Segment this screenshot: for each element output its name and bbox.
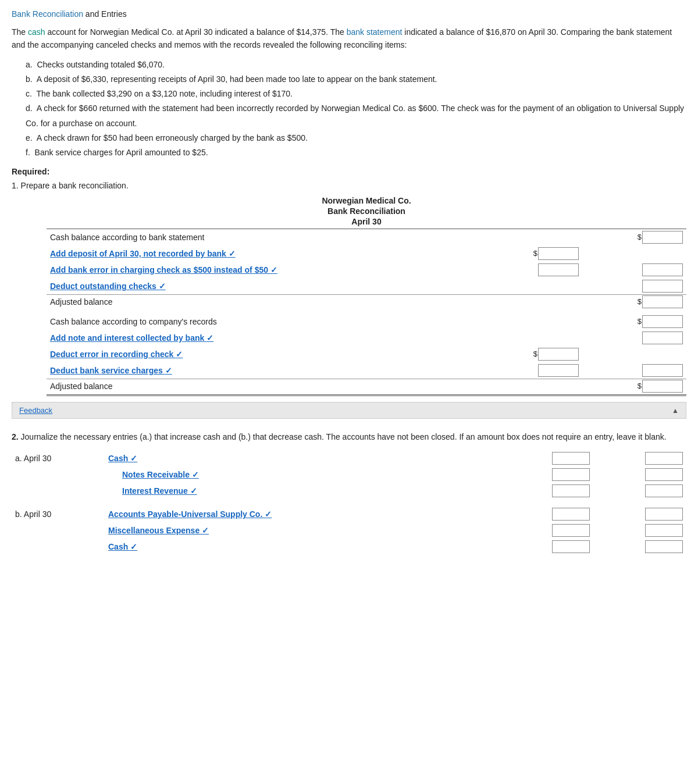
feedback-arrow-icon: ▲: [672, 407, 679, 415]
right-cell: [582, 362, 686, 379]
feedback-bar: Feedback ▲: [12, 402, 686, 419]
journal-account-cash-b: Cash ✓: [105, 539, 500, 555]
credit-ap[interactable]: [645, 508, 683, 521]
row-label: Cash balance according to company's reco…: [47, 313, 478, 330]
credit-input-cell: [593, 522, 686, 539]
input-adjusted-company[interactable]: [642, 380, 683, 393]
journal-row: Interest Revenue ✓: [12, 483, 686, 499]
journal-row: Notes Receivable ✓: [12, 466, 686, 483]
journal-date-empty: [12, 539, 105, 555]
feedback-link[interactable]: Feedback: [19, 406, 52, 415]
q1-text: Prepare a bank reconciliation.: [21, 181, 129, 190]
intro-paragraph: The cash account for Norwegian Medical C…: [12, 26, 686, 52]
right-cell: [582, 262, 686, 278]
credit-notes-receivable[interactable]: [645, 468, 683, 481]
question-2-intro: 2. Journalize the necessary entries (a.)…: [12, 430, 686, 443]
journal-date-empty: [12, 483, 105, 499]
journal-entry-a: a. April 30 Cash ✓ Notes Receivable ✓ In…: [12, 450, 686, 499]
debit-notes-receivable[interactable]: [552, 468, 590, 481]
mid-cell: [478, 362, 582, 379]
debit-input-cell: [500, 522, 593, 539]
debit-cash-b[interactable]: [552, 540, 590, 553]
input-bank-error-mid[interactable]: [538, 263, 579, 276]
journal-entry-b: b. April 30 Accounts Payable-Universal S…: [12, 506, 686, 555]
mid-cell: $: [478, 346, 582, 362]
debit-misc[interactable]: [552, 524, 590, 537]
title-and-entries: and Entries: [83, 9, 127, 19]
credit-cash-a[interactable]: [645, 452, 683, 465]
journal-date-empty: [12, 522, 105, 539]
table-row: Deduct error in recording check ✓ $: [47, 346, 686, 362]
mid-cell: $: [478, 245, 582, 262]
debit-input-cell: [500, 483, 593, 499]
credit-input-cell: [593, 450, 686, 466]
recon-title: Bank Reconciliation: [47, 206, 686, 216]
table-row-adjusted-bank: Adjusted balance $: [47, 295, 686, 311]
debit-input-cell: [500, 539, 593, 555]
credit-interest-revenue[interactable]: [645, 484, 683, 497]
journal-date-empty: [12, 466, 105, 483]
journal-row: Cash ✓: [12, 539, 686, 555]
recon-date: April 30: [47, 217, 686, 226]
journal-date: a. April 30: [12, 450, 105, 466]
debit-input-cell: [500, 466, 593, 483]
table-row: Add bank error in charging check as $500…: [47, 262, 686, 278]
mid-cell: [478, 379, 582, 395]
list-item: a. Checks outstanding totaled $6,070.: [26, 58, 686, 72]
input-service-charges-mid[interactable]: [538, 364, 579, 377]
row-label: Adjusted balance: [47, 295, 478, 311]
credit-input-cell: [593, 539, 686, 555]
row-label-blue: Deduct outstanding checks ✓: [47, 278, 478, 295]
input-deposit-mid[interactable]: [538, 247, 579, 260]
page-title-line: Bank Reconciliation and Entries: [12, 9, 686, 19]
credit-cash-b[interactable]: [645, 540, 683, 553]
debit-cash-a[interactable]: [552, 452, 590, 465]
input-service-charges-right[interactable]: [642, 364, 683, 377]
reconciling-items-list: a. Checks outstanding totaled $6,070. b.…: [26, 58, 686, 160]
credit-input-cell: [593, 506, 686, 522]
row-label: Adjusted balance: [47, 379, 478, 395]
credit-misc[interactable]: [645, 524, 683, 537]
journal-account-cash: Cash ✓: [105, 450, 500, 466]
right-cell: [582, 245, 686, 262]
input-outstanding-checks[interactable]: [642, 280, 683, 293]
table-row-adjusted-company: Adjusted balance $: [47, 379, 686, 395]
journal-row: Miscellaneous Expense ✓: [12, 522, 686, 539]
input-bank-balance[interactable]: [642, 231, 683, 244]
q1-number: 1.: [12, 181, 19, 190]
journal-date: b. April 30: [12, 506, 105, 522]
list-item: d. A check for $660 returned with the st…: [26, 101, 686, 130]
q2-number: 2.: [12, 432, 19, 441]
input-adjusted-bank[interactable]: [642, 295, 683, 308]
right-cell: [582, 330, 686, 346]
mid-cell: [478, 295, 582, 311]
input-bank-error-right[interactable]: [642, 263, 683, 276]
list-item: c. The bank collected $3,290 on a $3,120…: [26, 87, 686, 101]
question-1-label: 1. Prepare a bank reconciliation.: [12, 181, 686, 190]
mid-cell: [478, 313, 582, 330]
bank-reconciliation-section: Norwegian Medical Co. Bank Reconciliatio…: [47, 196, 686, 396]
row-label-blue: Add note and interest collected by bank …: [47, 330, 478, 346]
reconciliation-table: Cash balance according to bank statement…: [47, 229, 686, 396]
mid-cell: [478, 262, 582, 278]
required-label: Required:: [12, 167, 686, 176]
right-cell: $: [582, 229, 686, 246]
debit-ap[interactable]: [552, 508, 590, 521]
credit-input-cell: [593, 483, 686, 499]
bank-statement-highlight: bank statement: [347, 27, 403, 37]
debit-input-cell: [500, 450, 593, 466]
table-row: Add note and interest collected by bank …: [47, 330, 686, 346]
mid-cell: [478, 278, 582, 295]
journal-account-notes-receivable: Notes Receivable ✓: [105, 466, 500, 483]
input-note-interest[interactable]: [642, 332, 683, 344]
table-row: Cash balance according to bank statement…: [47, 229, 686, 246]
journal-row: a. April 30 Cash ✓: [12, 450, 686, 466]
table-row: Deduct bank service charges ✓: [47, 362, 686, 379]
debit-interest-revenue[interactable]: [552, 484, 590, 497]
right-cell: [582, 346, 686, 362]
input-company-balance[interactable]: [642, 315, 683, 328]
right-cell: $: [582, 295, 686, 311]
row-label-blue: Add bank error in charging check as $500…: [47, 262, 478, 278]
list-item: b. A deposit of $6,330, representing rec…: [26, 72, 686, 87]
input-error-check-mid[interactable]: [538, 348, 579, 361]
